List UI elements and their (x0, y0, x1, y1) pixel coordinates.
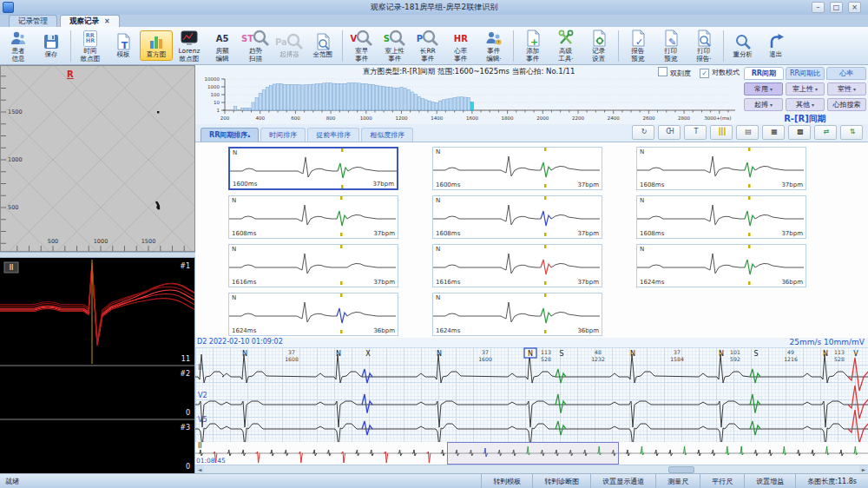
beat-card[interactable]: N1600ms37bpm (228, 147, 398, 190)
measure-ruler-button[interactable]: 测量尺 (655, 474, 700, 488)
beat-annotation[interactable]: S (559, 350, 563, 358)
gain-settings-button[interactable]: 设置增益 (744, 474, 795, 488)
lorenz-scatter-button[interactable]: Lorenz 散点图 (173, 27, 206, 64)
pacemaker-button[interactable]: Pa起搏器 (273, 30, 306, 60)
application-window: 观察记录-181房早组-房早2联律识别 – □ × 记录管理 观察记录× 患者 … (0, 0, 868, 488)
ecg-grid[interactable]: IIV2V5N371608NXN371600N113528S481232N371… (195, 347, 868, 443)
beat-card-grid: N1600ms37bpmN1600ms37bpmN1608ms37bpmN160… (195, 142, 868, 338)
beat-card[interactable]: N1608ms37bpm (636, 147, 806, 190)
sort-tab-prematurity[interactable]: 提前率排序 (307, 128, 359, 142)
advanced-tools-button[interactable]: 高级 工具· (549, 27, 582, 64)
filter-other-button[interactable]: 其他▾ (786, 98, 825, 111)
full-range-button[interactable]: 全范围 (306, 30, 339, 60)
time-scatter-button[interactable]: RRHR时间 散点图 (74, 27, 107, 64)
filter-ventricular-button[interactable]: 室性▾ (827, 82, 866, 96)
hr-event-button[interactable]: HR心率 事件 (444, 27, 477, 64)
trend-scan-button[interactable]: ST趋势 扫描 (239, 27, 273, 64)
beat-card[interactable]: N1608ms37bpm (432, 195, 602, 239)
card-bpm-value: 37bpm (781, 181, 803, 188)
af-edit-button[interactable]: A5房颤 编辑 (206, 27, 239, 64)
ecg-overview-strip[interactable]: II 01:08:45 (195, 442, 868, 465)
svg-text:1500: 1500 (8, 109, 23, 115)
toolbar-button-label: 房颤 编辑 (216, 48, 229, 63)
calipers-button[interactable]: ┃┃┃ (710, 125, 733, 140)
patient-info-button[interactable]: 患者 信息 (2, 27, 35, 64)
record-settings-button[interactable]: 记录 设置 (582, 27, 615, 64)
expand-layout-button[interactable]: ⇅ (840, 125, 863, 140)
exit-button[interactable]: 退出 (760, 30, 792, 60)
print-report-button[interactable]: 打印 报告· (687, 27, 720, 64)
tab-record-management[interactable]: 记录管理 (9, 15, 57, 27)
beat-annotation[interactable]: X (365, 350, 371, 358)
beat-card[interactable]: N1624ms36bpm (228, 293, 398, 336)
beat-card[interactable]: N1616ms37bpm (432, 244, 602, 287)
beat-search-button[interactable]: 心拍搜索 (827, 98, 866, 111)
tab-rr-interval[interactable]: RR间期 (744, 67, 784, 80)
sort-tab-similarity[interactable]: 相似度排序 (361, 128, 413, 142)
long-rr-event-button[interactable]: P长RR 事件 (411, 27, 444, 64)
beat-card[interactable]: N1624ms36bpm (636, 244, 806, 287)
grid-large-button[interactable]: ▩ (788, 125, 811, 140)
beat-card[interactable]: N1616ms37bpm (228, 244, 398, 287)
parallel-ruler-button[interactable]: 平行尺 (700, 474, 744, 488)
interval-ms: 528 (834, 356, 845, 362)
beat-annotation[interactable]: N (242, 350, 247, 358)
restore-icon[interactable]: □ (830, 2, 843, 13)
panel-splitter[interactable] (0, 252, 195, 258)
print-preview-button[interactable]: ✎打印 预览 (654, 27, 687, 64)
beat-annotation[interactable]: N (630, 350, 635, 358)
beat-card[interactable]: N1624ms36bpm (432, 293, 602, 336)
display-channels-button[interactable]: 设置显示通道 (590, 474, 655, 488)
lorenz-plot[interactable]: 5001000150050010001500R (0, 65, 195, 252)
beat-annotation[interactable]: N (528, 350, 533, 358)
scrollbar-thumb[interactable] (668, 466, 694, 473)
goto-template-button[interactable]: 转到模板 (481, 474, 532, 488)
beat-annotation[interactable]: S (753, 350, 758, 358)
refresh-button[interactable]: ↻ (632, 125, 654, 140)
add-event-button[interactable]: +添加 事件 (516, 27, 549, 64)
reanalyze-button[interactable]: 重分析 (727, 30, 760, 60)
tab-close-icon[interactable]: × (104, 17, 110, 25)
tab-observe-record[interactable]: 观察记录× (60, 15, 120, 27)
histogram-button[interactable]: 直方图 (140, 30, 173, 60)
channel-button[interactable]: CH (658, 125, 681, 140)
report-preview-button[interactable]: ✓报告 预览 (621, 27, 654, 64)
close-icon[interactable]: × (848, 2, 861, 13)
card-beat-mark: N (436, 294, 440, 301)
card-bpm-value: 36bpm (373, 327, 395, 334)
beat-card[interactable]: N1600ms37bpm (432, 147, 602, 190)
sve-event-button[interactable]: S室上性 事件 (378, 27, 411, 64)
window-title: 观察记录-181房早组-房早2联律识别 (0, 2, 868, 13)
grid-small-button[interactable]: ▦ (762, 125, 785, 140)
report-preview-icon: ✓ (629, 30, 647, 47)
filter-common-button[interactable]: 常用▾ (744, 82, 783, 96)
pvc-event-button[interactable]: V室早 事件 (345, 27, 378, 64)
beat-annotation[interactable]: N (823, 350, 828, 358)
filter-paced-button[interactable]: 起搏▾ (744, 98, 783, 111)
minimize-icon[interactable]: – (812, 2, 825, 13)
beat-annotation[interactable]: V (853, 350, 858, 358)
tab-heart-rate[interactable]: 心率 (826, 67, 866, 80)
text-size-button[interactable]: T (684, 125, 707, 140)
template-panel[interactable]: II#111#20#30 (0, 258, 195, 473)
swap-layout-button[interactable]: ⇄ (814, 125, 837, 140)
save-button[interactable]: 保存 (35, 30, 68, 60)
event-edit-button[interactable]: 事件 编辑· (477, 27, 510, 64)
overview-selection[interactable] (447, 442, 619, 465)
rr-histogram[interactable]: 1101001000100002004006008001000120014001… (195, 76, 740, 124)
filter-supraventricular-button[interactable]: 室上性▾ (786, 82, 825, 96)
sort-tab-rr[interactable]: RR间期排序▴ (201, 128, 259, 142)
statusbar: 就绪 转到模板转到诊断图设置显示通道测量尺平行尺设置增益条图长度:11.8s (0, 473, 868, 488)
template-button[interactable]: T模板 (107, 30, 140, 60)
beat-annotation[interactable]: N (336, 350, 341, 358)
beat-annotation[interactable]: N (719, 350, 724, 358)
beat-card[interactable]: N1608ms37bpm (228, 195, 398, 239)
sort-tab-time[interactable]: 时间排序 (260, 128, 306, 142)
document-tabs: 记录管理 观察记录× (0, 15, 868, 27)
svg-text:10000: 10000 (205, 76, 220, 82)
tab-rr-ratio[interactable]: RR间期比 (786, 67, 825, 80)
beat-card[interactable]: N1608ms37bpm (636, 195, 806, 239)
beat-annotation[interactable]: N (437, 350, 442, 358)
goto-diagnosis-button[interactable]: 转到诊断图 (532, 474, 590, 488)
page-confirm-button[interactable]: ▤ (736, 125, 759, 140)
